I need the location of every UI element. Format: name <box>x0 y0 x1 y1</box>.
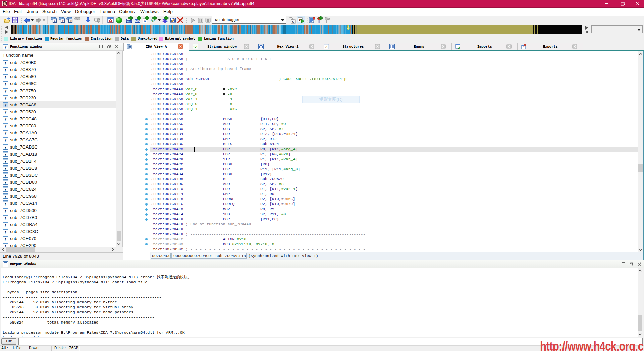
svg-text:T: T <box>62 19 64 23</box>
svg-text:CODE: CODE <box>127 20 132 23</box>
svg-text:101: 101 <box>68 19 73 23</box>
svg-text:A: A <box>143 19 146 23</box>
svg-text:C: C <box>299 19 301 22</box>
svg-text:DATA: DATA <box>135 20 140 23</box>
svg-text:C: C <box>292 20 294 24</box>
